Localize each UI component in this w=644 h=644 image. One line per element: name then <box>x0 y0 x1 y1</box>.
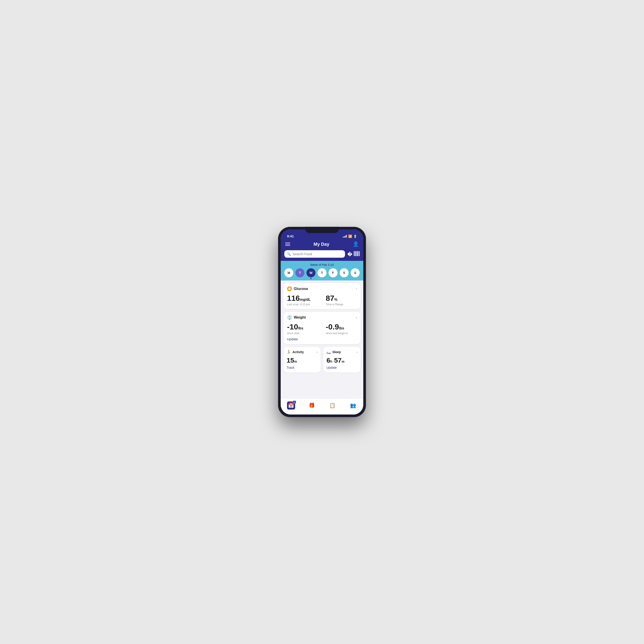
time-in-range-label: Time in Range <box>326 303 357 306</box>
cards-row: 🏃 Activity › 15m Track 🛏️ <box>283 347 361 373</box>
glucose-icon <box>287 286 292 291</box>
phone-screen: 9:41 📶 🔋 My Day 👤 🔍 <box>281 229 363 415</box>
community-nav-icon: 👥 <box>349 401 357 410</box>
svg-rect-6 <box>359 251 360 256</box>
header: My Day 👤 <box>281 239 363 250</box>
wifi-icon: 📶 <box>348 234 352 238</box>
notch <box>305 227 339 233</box>
glucose-value-block: 116mg/dL Last scan: 4:15 pm <box>287 294 318 306</box>
sleep-value: 6h 57m <box>327 357 357 364</box>
day-sunday[interactable]: S <box>351 268 360 277</box>
search-input-wrapper[interactable]: 🔍 <box>284 250 345 258</box>
scroll-content: Glucose › 116mg/dL Last scan: 4:15 pm <box>281 280 363 398</box>
activity-chevron[interactable]: › <box>316 350 317 354</box>
svg-rect-0 <box>354 251 354 256</box>
activity-title-row: 🏃 Activity <box>287 350 304 354</box>
weight-value: -10lbs <box>287 323 318 331</box>
day-wednesday[interactable]: W <box>306 268 315 277</box>
activity-icon: 🏃 <box>287 350 291 354</box>
day-tuesday[interactable]: T <box>295 268 304 277</box>
weight-update-link[interactable]: Update <box>287 337 357 341</box>
bottom-nav: 📅 5 🎁 📋 👥 <box>281 398 363 415</box>
weight-data-row: -10lbs since start -0.9lbs since last we… <box>287 323 357 335</box>
sleep-title: Sleep <box>332 350 341 354</box>
weight-sublabel: since start <box>287 332 318 335</box>
svg-rect-5 <box>359 251 359 256</box>
weight-card-header[interactable]: ⚖️ Weight › <box>287 315 357 320</box>
glucose-data-row: 116mg/dL Last scan: 4:15 pm 87% Time in … <box>287 294 357 306</box>
calendar-nav-icon: 📅 5 <box>287 401 295 410</box>
sleep-card: 🛏️ Sleep › 6h 57m Update <box>323 347 361 373</box>
nav-community[interactable]: 👥 <box>349 401 357 410</box>
barcode-icon[interactable]: � <box>347 251 360 257</box>
weight-last-block: -0.9lbs since last weigh-in <box>326 323 357 335</box>
time-in-range-block: 87% Time in Range <box>326 294 357 306</box>
day-saturday[interactable]: S <box>340 268 349 277</box>
battery-icon: 🔋 <box>353 235 357 238</box>
svg-rect-2 <box>356 251 356 256</box>
glucose-divider <box>322 294 322 306</box>
day-monday[interactable]: M <box>284 268 293 277</box>
weight-icon: ⚖️ <box>287 315 292 320</box>
weight-last-label: since last weigh-in <box>326 332 357 335</box>
glucose-card: Glucose › 116mg/dL Last scan: 4:15 pm <box>283 283 361 309</box>
weight-divider <box>322 323 322 335</box>
signal-icon <box>343 235 347 238</box>
glucose-title: Glucose <box>294 287 308 291</box>
weight-last-value: -0.9lbs <box>326 323 357 331</box>
weight-title: Weight <box>294 315 306 320</box>
weight-card: ⚖️ Weight › -10lbs since start <box>283 312 361 344</box>
day-thursday[interactable]: T <box>317 268 327 277</box>
calendar-strip: Week of Feb 3-10 M T W T F S S <box>281 261 363 280</box>
activity-value: 15m <box>287 357 317 364</box>
status-time: 9:41 <box>287 234 294 238</box>
activity-card-header[interactable]: 🏃 Activity › <box>287 350 317 354</box>
time-in-range-value: 87% <box>326 294 357 302</box>
nav-calendar[interactable]: 📅 5 <box>287 401 295 410</box>
svg-rect-3 <box>357 251 357 256</box>
phone-frame: 9:41 📶 🔋 My Day 👤 🔍 <box>278 227 366 417</box>
glucose-chevron[interactable]: › <box>356 287 357 291</box>
menu-button[interactable] <box>285 243 290 246</box>
weight-title-row: ⚖️ Weight <box>287 315 306 320</box>
week-label: Week of Feb 3-10 <box>284 263 360 266</box>
day-dot <box>310 278 312 279</box>
sleep-icon: 🛏️ <box>327 350 331 354</box>
weight-value-block: -10lbs since start <box>287 323 318 335</box>
nav-log[interactable]: 📋 <box>328 401 336 410</box>
sleep-card-header[interactable]: 🛏️ Sleep › <box>327 350 357 354</box>
search-input[interactable] <box>293 252 342 256</box>
sleep-chevron[interactable]: › <box>356 350 357 354</box>
day-friday[interactable]: F <box>329 268 338 277</box>
glucose-title-row: Glucose <box>287 286 308 291</box>
glucose-value: 116mg/dL <box>287 294 318 302</box>
glucose-sublabel: Last scan: 4:15 pm <box>287 303 318 306</box>
activity-card: 🏃 Activity › 15m Track <box>283 347 321 373</box>
log-nav-icon: 📋 <box>328 401 336 410</box>
activity-track-link[interactable]: Track <box>287 366 317 369</box>
sleep-title-row: 🛏️ Sleep <box>327 350 341 354</box>
glucose-card-header[interactable]: Glucose › <box>287 286 357 291</box>
search-area: 🔍 � <box>281 250 363 261</box>
search-icon: 🔍 <box>287 252 291 256</box>
nav-rewards[interactable]: 🎁 <box>308 401 316 410</box>
profile-icon[interactable]: 👤 <box>353 241 359 247</box>
activity-title: Activity <box>292 350 304 354</box>
sleep-update-link[interactable]: Update <box>327 366 357 369</box>
weight-chevron[interactable]: › <box>356 315 357 320</box>
rewards-nav-icon: 🎁 <box>308 401 316 410</box>
status-icons: 📶 🔋 <box>343 234 357 238</box>
svg-rect-4 <box>357 251 358 256</box>
svg-rect-1 <box>355 251 355 256</box>
page-title: My Day <box>313 242 329 247</box>
nav-badge: 5 <box>293 401 296 404</box>
days-row: M T W T F S S <box>284 268 360 277</box>
